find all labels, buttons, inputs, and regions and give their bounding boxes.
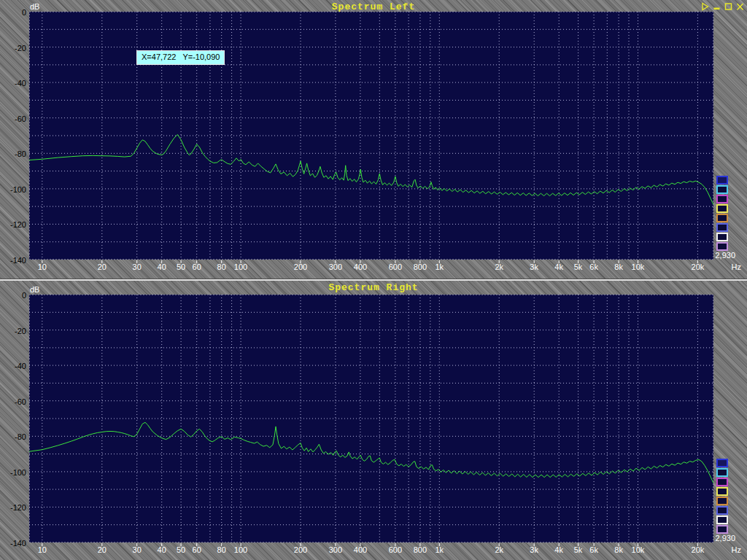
trace-swatch-cyan[interactable] bbox=[716, 468, 728, 477]
x-axis-tick-label: 2k bbox=[495, 262, 503, 271]
x-axis-unit-label: Hz bbox=[722, 545, 741, 554]
trace-swatch-periwinkle[interactable] bbox=[716, 223, 728, 232]
y-axis-unit-label: dB bbox=[30, 285, 39, 294]
window-controls bbox=[701, 2, 744, 11]
x-axis-tick-label: 200 bbox=[294, 262, 307, 271]
trace-swatch-white[interactable] bbox=[716, 233, 728, 241]
x-axis-tick-label: 2k bbox=[495, 545, 503, 554]
x-axis-tick-label: 8k bbox=[614, 545, 623, 554]
x-axis-tick-label: 30 bbox=[133, 262, 142, 271]
spectrum-plot[interactable] bbox=[29, 295, 713, 547]
x-axis-tick-label: 40 bbox=[158, 262, 166, 271]
x-axis-tick-label: 6k bbox=[589, 545, 598, 554]
y-axis-tick-label: -80 bbox=[0, 149, 26, 158]
panel-title: Spectrum Left bbox=[0, 1, 747, 12]
x-axis-tick-label: 60 bbox=[193, 262, 201, 271]
x-axis-tick-label: 800 bbox=[414, 262, 427, 271]
y-axis-tick-label: 0 bbox=[0, 8, 26, 17]
x-axis-tick-label: 400 bbox=[354, 545, 367, 554]
trace-swatch-navy[interactable] bbox=[716, 459, 728, 467]
x-axis-tick-label: 10 bbox=[38, 545, 47, 554]
spectrum-plot-canvas bbox=[29, 12, 713, 264]
x-axis-tick-label: 600 bbox=[389, 545, 402, 554]
x-axis-unit-label: Hz bbox=[722, 262, 741, 271]
y-axis-unit-label: dB bbox=[30, 2, 39, 11]
trace-swatch-magenta[interactable] bbox=[716, 478, 728, 486]
x-axis-tick-label: 4k bbox=[554, 262, 563, 271]
trace-swatch-periwinkle[interactable] bbox=[716, 506, 728, 515]
y-axis-tick-label: -20 bbox=[0, 327, 26, 335]
trace-swatch-magenta[interactable] bbox=[716, 195, 728, 203]
frequency-readout: 2,930 bbox=[711, 534, 735, 542]
close-icon[interactable] bbox=[736, 2, 744, 11]
y-axis-tick-label: -40 bbox=[0, 79, 26, 88]
x-axis-tick-label: 10 bbox=[38, 262, 47, 271]
y-axis-tick-label: 0 bbox=[0, 291, 26, 300]
trace-swatch-orange[interactable] bbox=[716, 497, 728, 505]
x-axis-tick-label: 200 bbox=[294, 545, 307, 554]
x-axis-tick-label: 80 bbox=[217, 545, 226, 554]
x-axis-tick-label: 20 bbox=[98, 545, 107, 554]
spectrum-right-panel: Spectrum Right dB 0-20-40-60-80-100-120-… bbox=[0, 279, 747, 560]
x-axis-tick-label: 50 bbox=[177, 545, 185, 554]
x-axis-tick-label: 100 bbox=[234, 262, 247, 271]
panel-title: Spectrum Right bbox=[0, 282, 747, 293]
trace-swatch-violet[interactable] bbox=[716, 242, 728, 251]
spectrum-plot-canvas bbox=[29, 295, 713, 547]
x-axis-tick-label: 3k bbox=[530, 545, 538, 554]
trace-swatch-yellow[interactable] bbox=[716, 204, 728, 213]
x-axis-tick-label: 3k bbox=[530, 262, 538, 271]
x-axis-tick-label: 100 bbox=[234, 545, 247, 554]
y-axis-tick-label: -100 bbox=[0, 468, 26, 477]
spectrum-left-panel: Spectrum Left dB 0-20-40-60-80-100-120-1… bbox=[0, 0, 747, 279]
trace-swatch-yellow[interactable] bbox=[716, 487, 728, 496]
restore-icon[interactable] bbox=[701, 2, 709, 11]
x-axis-tick-label: 30 bbox=[133, 545, 142, 554]
x-axis-tick-label: 20k bbox=[692, 262, 705, 271]
y-axis-tick-label: -60 bbox=[0, 114, 26, 123]
x-axis-tick-label: 5k bbox=[574, 262, 583, 271]
cursor-readout-tooltip: X=47,722 Y=-10,090 bbox=[136, 50, 225, 65]
trace-color-swatches bbox=[716, 459, 728, 534]
x-axis-tick-label: 50 bbox=[177, 262, 185, 271]
x-axis-tick-label: 20 bbox=[98, 262, 107, 271]
x-axis-tick-label: 20k bbox=[692, 545, 705, 554]
x-axis-tick-label: 8k bbox=[614, 262, 623, 271]
y-axis-tick-label: -20 bbox=[0, 44, 26, 52]
x-axis-tick-label: 300 bbox=[329, 262, 342, 271]
x-axis-tick-label: 400 bbox=[354, 262, 367, 271]
x-axis-tick-label: 80 bbox=[217, 262, 226, 271]
trace-swatch-cyan[interactable] bbox=[716, 185, 728, 194]
x-axis-labels: 102030405060801002003004006008001k2k3k4k… bbox=[0, 545, 747, 556]
x-axis-labels: 102030405060801002003004006008001k2k3k4k… bbox=[0, 262, 747, 273]
trace-swatch-violet[interactable] bbox=[716, 525, 728, 534]
x-axis-tick-label: 40 bbox=[158, 545, 166, 554]
maximize-icon[interactable] bbox=[724, 2, 732, 11]
y-axis-tick-label: -120 bbox=[0, 503, 26, 512]
x-axis-tick-label: 300 bbox=[329, 545, 342, 554]
y-axis-tick-label: -120 bbox=[0, 220, 26, 229]
x-axis-tick-label: 4k bbox=[554, 545, 563, 554]
x-axis-tick-label: 1k bbox=[435, 262, 444, 271]
spectrum-plot[interactable]: X=47,722 Y=-10,090 bbox=[29, 12, 713, 264]
x-axis-tick-label: 10k bbox=[632, 262, 645, 271]
x-axis-tick-label: 5k bbox=[574, 545, 583, 554]
frequency-readout: 2,930 bbox=[711, 251, 735, 260]
trace-swatch-navy[interactable] bbox=[716, 176, 728, 184]
y-axis-tick-label: -60 bbox=[0, 397, 26, 406]
minimize-icon[interactable] bbox=[713, 2, 721, 11]
y-axis-tick-label: -80 bbox=[0, 432, 26, 441]
trace-swatch-orange[interactable] bbox=[716, 214, 728, 222]
x-axis-tick-label: 600 bbox=[389, 262, 402, 271]
x-axis-tick-label: 800 bbox=[414, 545, 427, 554]
x-axis-tick-label: 1k bbox=[435, 545, 444, 554]
y-axis-tick-label: -100 bbox=[0, 185, 26, 194]
x-axis-tick-label: 6k bbox=[589, 262, 598, 271]
x-axis-tick-label: 60 bbox=[193, 545, 201, 554]
trace-swatch-white[interactable] bbox=[716, 516, 728, 524]
y-axis-tick-label: -40 bbox=[0, 362, 26, 370]
x-axis-tick-label: 10k bbox=[632, 545, 645, 554]
trace-color-swatches bbox=[716, 176, 728, 251]
